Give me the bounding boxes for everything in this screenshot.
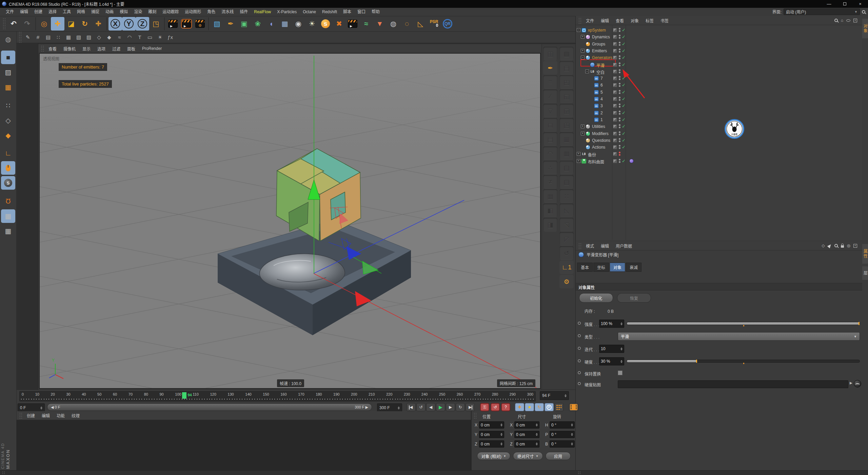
palette-a-tool-10-icon[interactable]: ≠ — [543, 175, 557, 189]
tree-row-Generators[interactable]: −Generators✓ — [576, 54, 862, 61]
xparticles-icon[interactable]: ✖ — [332, 17, 346, 31]
viewport-menu-item-显示[interactable]: 显示 — [79, 46, 94, 52]
tree-row-平滑[interactable]: 平滑✓ — [576, 61, 862, 68]
tree-row-5[interactable]: ∞5✓ — [576, 89, 862, 96]
qr-icon[interactable]: QR — [441, 17, 454, 31]
expand-toggle[interactable]: + — [581, 49, 585, 53]
slider-handle[interactable] — [859, 322, 860, 325]
enabled-check[interactable]: ✓ — [622, 27, 626, 33]
menu-item-模拟[interactable]: 模拟 — [117, 8, 131, 16]
plane-tool-icon[interactable]: ▭ — [145, 33, 155, 42]
text-tool-icon[interactable]: T — [135, 33, 145, 42]
material-menu-item-编辑[interactable]: 编辑 — [38, 413, 53, 418]
viewport-menu-item-查看[interactable]: 查看 — [45, 46, 60, 52]
visibility-dots[interactable] — [619, 131, 620, 135]
tree-row-Dynamics[interactable]: +Dynamics✓ — [576, 34, 862, 40]
tree-row-1[interactable]: ∞1✓ — [576, 116, 862, 123]
palette-b-tool-3-icon[interactable]: ◰ — [559, 75, 574, 89]
tree-row-备份[interactable]: +L0备份 — [576, 151, 862, 157]
visibility-dots[interactable] — [619, 76, 620, 80]
key-rotation-button[interactable]: ↻ — [535, 403, 544, 411]
slider-handle[interactable] — [696, 360, 697, 363]
key-position-button[interactable]: ✚ — [515, 403, 524, 411]
keyframe-circle[interactable] — [578, 359, 581, 362]
position-y-input[interactable]: 0 cm — [479, 431, 504, 438]
enabled-check[interactable]: ✓ — [622, 117, 626, 122]
render-region-icon[interactable] — [180, 17, 193, 31]
xpresso-icon[interactable]: ƒx — [165, 33, 175, 42]
search-icon[interactable] — [862, 10, 865, 14]
om-menu-item-对象[interactable]: 对象 — [627, 18, 642, 23]
menu-item-运动图形[interactable]: 运动图形 — [182, 8, 204, 16]
tree-row-6[interactable]: ∞6✓ — [576, 82, 862, 89]
expand-toggle[interactable]: − — [577, 28, 580, 32]
tree-row-布料曲面[interactable]: +布料曲面✓ — [576, 158, 862, 165]
palette-a-tool-13-icon[interactable]: ◨ — [543, 218, 557, 231]
viewport-menu-item-摄像机[interactable]: 摄像机 — [60, 46, 79, 52]
render-settings-icon[interactable] — [193, 17, 207, 31]
layer-chip[interactable] — [613, 132, 617, 136]
subdivision-surface-icon[interactable]: ▣ — [237, 17, 251, 31]
menu-item-捕捉[interactable]: 捕捉 — [88, 8, 102, 16]
current-frame-spinner[interactable]: 94 F — [540, 391, 569, 400]
cube-primitive-icon[interactable]: ▧ — [210, 17, 224, 31]
palette-b-tool-17-icon[interactable]: ⚙ — [559, 275, 574, 288]
tree-row-Groups[interactable]: Groups✓ — [576, 41, 862, 48]
am-menu-item-模式[interactable]: 模式 — [583, 243, 597, 249]
keep-displacement-checkbox[interactable] — [618, 370, 623, 375]
minimal-timeline-button[interactable] — [569, 403, 578, 411]
tree-row-2[interactable]: ∞2✓ — [576, 110, 862, 116]
material-grip[interactable] — [19, 413, 22, 419]
visibility-dots[interactable] — [619, 49, 620, 53]
lock-y-axis-icon[interactable]: Y — [122, 17, 136, 31]
layer-chip[interactable] — [613, 28, 617, 32]
poly-pen-icon[interactable]: ✎ — [23, 33, 33, 42]
mograph-icon[interactable]: S — [319, 17, 332, 31]
rotation-p-input[interactable]: 0 ° — [550, 431, 575, 438]
am-addtab-icon[interactable]: + — [853, 244, 857, 248]
menu-item-渲染[interactable]: 渲染 — [131, 8, 145, 16]
visibility-dots[interactable] — [619, 103, 620, 108]
enabled-check[interactable]: ✓ — [622, 48, 626, 53]
tree-row-Utilities[interactable]: +Utilities✓ — [576, 123, 862, 130]
am-lock-icon[interactable] — [841, 245, 844, 248]
material-menu-item-纹理[interactable]: 纹理 — [68, 413, 83, 418]
rotation-h-input[interactable]: 0 ° — [550, 421, 575, 429]
tree-row-Emitters[interactable]: +Emitters✓ — [576, 48, 862, 54]
palette-b-tool-12-icon[interactable]: ◺ — [559, 204, 574, 217]
rotate-tool-icon[interactable]: ↻ — [78, 17, 92, 31]
expand-toggle[interactable]: + — [581, 35, 585, 39]
expand-toggle[interactable]: + — [581, 125, 585, 128]
live-selection-icon[interactable]: ◎ — [37, 17, 51, 31]
stiffness-input[interactable]: 30 % — [599, 357, 624, 365]
sphere-wireframe-icon[interactable]: ◍ — [387, 17, 400, 31]
menu-item-创建[interactable]: 创建 — [31, 8, 45, 16]
visibility-dots[interactable] — [619, 28, 620, 32]
visibility-dots[interactable] — [619, 97, 620, 101]
tab-attributes[interactable]: 属性 — [862, 244, 868, 264]
tab-object[interactable]: 对象 — [610, 263, 625, 272]
tab-basic[interactable]: 基本 — [577, 263, 593, 272]
smooth-spline-icon[interactable]: ≈ — [114, 33, 124, 42]
scale-tool-icon[interactable]: ◪ — [64, 17, 78, 31]
camera-object-icon[interactable]: ◉ — [292, 17, 305, 31]
expand-toggle[interactable]: + — [577, 152, 580, 156]
layer-chip[interactable] — [613, 49, 617, 53]
prev-key-button[interactable]: ↺ — [416, 403, 426, 411]
toolbar-grip[interactable] — [3, 18, 5, 30]
next-frame-button[interactable]: ▶ — [446, 403, 455, 411]
enabled-check[interactable]: ✓ — [622, 55, 626, 60]
layer-chip[interactable] — [613, 159, 617, 163]
array-generator-icon[interactable]: ❀ — [251, 17, 264, 31]
tree-row-Actions[interactable]: Actions✓ — [576, 144, 862, 151]
menu-item-Octane[interactable]: Octane — [300, 8, 319, 16]
texture-mode-icon[interactable]: ▨ — [1, 65, 15, 79]
model-mode-icon[interactable]: ■ — [1, 51, 15, 64]
minimize-button[interactable]: — — [821, 0, 837, 8]
visibility-dots[interactable] — [619, 55, 620, 59]
am-diamond-icon[interactable]: ◇ — [822, 243, 825, 248]
palette-b-tool-11-icon[interactable]: ∷ — [559, 189, 574, 203]
palette-b-tool-10-icon[interactable]: ▨ — [559, 175, 574, 189]
polygons-mode-icon[interactable]: ◆ — [1, 129, 15, 142]
palette-a-tool-6-icon[interactable]: ◻ — [543, 118, 557, 132]
